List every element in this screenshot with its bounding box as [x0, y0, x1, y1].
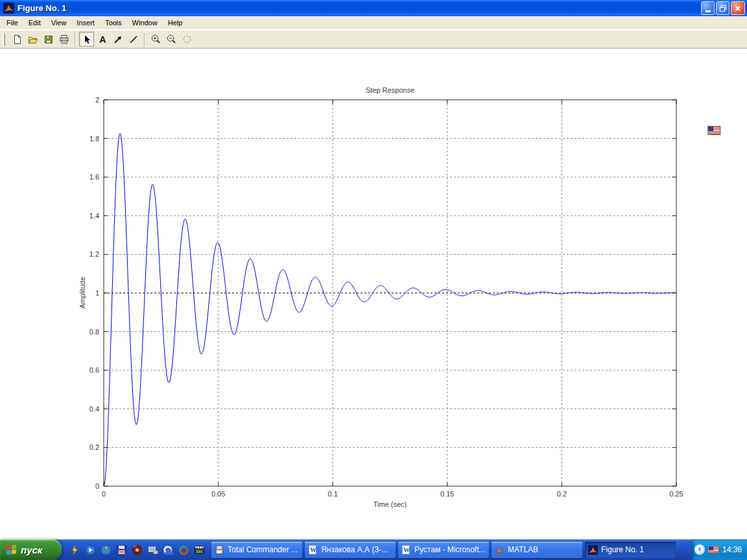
svg-text:1.8: 1.8 [89, 135, 99, 143]
screen: Figure No. 1 × FileEditViewInsertToolsWi… [0, 0, 747, 560]
windows-logo-icon [5, 544, 18, 556]
save-figure-button[interactable] [41, 32, 56, 47]
menu-bar: FileEditViewInsertToolsWindowHelp [0, 16, 747, 30]
menu-item-file[interactable]: File [1, 17, 23, 29]
plot-title: Step Response [104, 86, 676, 94]
matlab-figure-icon [3, 3, 14, 14]
toolbar: A [0, 30, 747, 49]
window-title: Figure No. 1 [18, 3, 701, 13]
svg-text:0.1: 0.1 [328, 490, 338, 498]
svg-text:0.8: 0.8 [89, 328, 99, 336]
matlab-figure-icon [588, 545, 598, 555]
matlab-icon [495, 545, 504, 555]
restore-icon [719, 5, 727, 12]
taskbar-task-total-commander-[interactable]: Total Commander ... [211, 542, 302, 558]
tray-language-flag-icon[interactable] [708, 546, 719, 554]
svg-text:0.15: 0.15 [440, 490, 454, 498]
select-arrow-icon [82, 34, 92, 45]
menu-item-view[interactable]: View [46, 17, 72, 29]
save-figure-icon [43, 34, 54, 45]
window-controls: × [701, 1, 745, 15]
task-label: Янзакова А.А (3-... [321, 545, 388, 554]
svg-text:A: A [99, 34, 106, 45]
rotate-3d-icon [182, 34, 193, 45]
language-flag-indicator[interactable] [707, 126, 720, 135]
minimize-icon [706, 10, 711, 12]
svg-text:0.4: 0.4 [89, 405, 99, 413]
figure-client-area: 00.050.10.150.20.2500.20.40.60.811.21.41… [0, 49, 747, 539]
menu-item-insert[interactable]: Insert [71, 17, 100, 29]
word-icon: W [401, 545, 411, 555]
step-response-plot[interactable]: 00.050.10.150.20.2500.20.40.60.811.21.41… [0, 49, 747, 539]
title-bar[interactable]: Figure No. 1 × [0, 0, 747, 16]
x-axis-label: Time (sec) [104, 500, 676, 508]
new-figure-button[interactable] [10, 32, 25, 47]
svg-text:0.2: 0.2 [557, 490, 567, 498]
svg-text:1.4: 1.4 [89, 212, 99, 220]
task-label: Total Commander ... [228, 545, 298, 554]
menu-item-help[interactable]: Help [163, 17, 188, 29]
close-icon: × [735, 3, 741, 13]
insert-text-button[interactable]: A [95, 32, 110, 47]
toolbar-grip-handle[interactable] [3, 33, 5, 46]
zoom-out-icon [166, 34, 177, 45]
minimize-button[interactable] [701, 1, 715, 15]
quick-launch-globe-icon[interactable] [101, 544, 112, 555]
taskbar-task-figure-no-1[interactable]: Figure No. 1 [585, 542, 676, 558]
word-icon: W [308, 545, 318, 555]
open-file-button[interactable] [25, 32, 40, 47]
rotate-3d-button[interactable] [180, 32, 195, 47]
toolbar-separator [144, 33, 145, 46]
menu-item-tools[interactable]: Tools [100, 17, 127, 29]
quick-launch-clapperboard-icon[interactable]: 321 [194, 544, 205, 555]
taskbar-tasks: Total Commander ...WЯнзакова А.А (3-...W… [211, 542, 691, 558]
insert-line-button[interactable] [126, 32, 141, 47]
insert-text-icon: A [97, 34, 108, 45]
print-figure-button[interactable] [56, 32, 71, 47]
quick-launch-disc-icon[interactable] [132, 544, 143, 555]
print-figure-icon [59, 34, 69, 45]
zoom-in-button[interactable] [148, 32, 163, 47]
open-file-icon [28, 34, 38, 45]
total-commander-icon [215, 545, 224, 555]
quick-launch-show-desktop-icon[interactable] [147, 544, 158, 555]
svg-text:W: W [310, 546, 316, 554]
svg-text:1.2: 1.2 [89, 250, 99, 258]
select-arrow-button[interactable] [79, 32, 94, 47]
taskbar-clock[interactable]: 14:36 [722, 545, 742, 554]
task-label: Figure No. 1 [601, 545, 644, 554]
quick-launch-swirl-icon[interactable] [163, 544, 174, 555]
taskbar-task-янзакова-а-а-3-[interactable]: WЯнзакова А.А (3-... [305, 542, 396, 558]
new-figure-icon [12, 34, 23, 45]
toolbar-separator [75, 33, 76, 46]
insert-arrow-icon [113, 34, 123, 45]
quick-launch-ring-icon[interactable] [178, 544, 189, 555]
svg-text:1.6: 1.6 [89, 173, 99, 181]
start-button[interactable]: пуск [0, 539, 62, 560]
taskbar: пуск 321 Total Commander ...WЯнзакова А.… [0, 539, 747, 560]
taskbar-task-matlab[interactable]: MATLAB [492, 542, 582, 558]
svg-text:1: 1 [95, 289, 99, 297]
start-button-label: пуск [21, 544, 42, 555]
svg-text:W: W [403, 546, 410, 554]
svg-text:0.2: 0.2 [89, 443, 99, 451]
taskbar-task-рустам-microsoft-[interactable]: WРустам - Microsoft... [398, 542, 489, 558]
svg-text:0: 0 [95, 482, 99, 490]
quick-launch-bar: 321 [62, 544, 211, 555]
svg-text:2: 2 [95, 96, 99, 104]
quick-launch-floppy-icon[interactable] [116, 544, 127, 555]
svg-text:0.05: 0.05 [211, 490, 225, 498]
tray-chevron-button[interactable]: ‹ [694, 544, 705, 555]
menu-item-window[interactable]: Window [127, 17, 163, 29]
quick-launch-media-player-icon[interactable] [85, 544, 96, 555]
quick-launch-winamp-icon[interactable] [69, 544, 80, 555]
close-button[interactable]: × [731, 1, 745, 15]
task-label: MATLAB [508, 545, 538, 554]
task-label: Рустам - Microsoft... [414, 545, 486, 554]
zoom-out-button[interactable] [164, 32, 179, 47]
zoom-in-icon [150, 34, 161, 45]
menu-item-edit[interactable]: Edit [23, 17, 46, 29]
svg-text:0.6: 0.6 [89, 366, 99, 374]
restore-button[interactable] [716, 1, 729, 15]
insert-arrow-button[interactable] [110, 32, 125, 47]
